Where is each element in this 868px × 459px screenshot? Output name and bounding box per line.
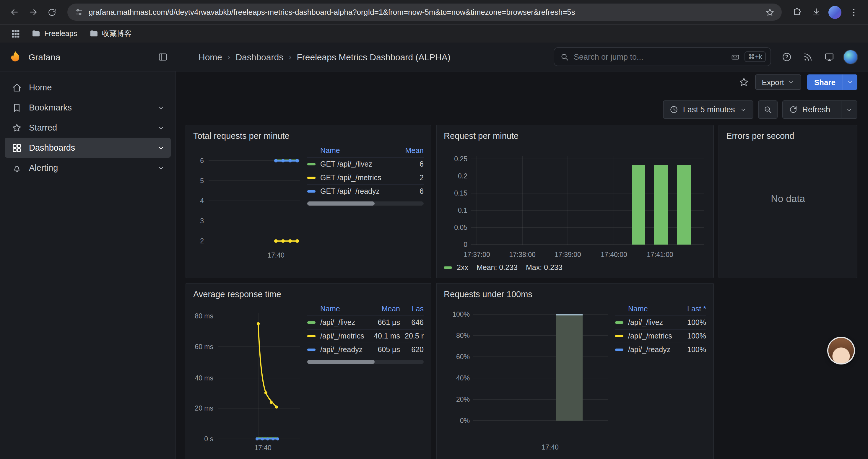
svg-text:0.15: 0.15 xyxy=(454,189,467,197)
panel-title[interactable]: Average response time xyxy=(193,287,424,302)
zoom-out-button[interactable] xyxy=(758,100,777,119)
scrollbar-thumb[interactable] xyxy=(307,201,375,205)
panel-title[interactable]: Errors per second xyxy=(726,129,850,144)
series-color-blue xyxy=(307,349,315,351)
series-name[interactable]: GET /api/_/metrics xyxy=(320,174,381,182)
legend-row: /api/_/readyz 605 µs 620 xyxy=(307,342,424,356)
legend-scrollbar[interactable] xyxy=(307,360,424,364)
breadcrumb: Home › Dashboards › Freeleaps Metrics Da… xyxy=(198,52,451,62)
chevron-down-icon[interactable] xyxy=(157,144,165,152)
refresh-interval-dropdown[interactable] xyxy=(841,101,857,118)
series-color-green xyxy=(444,266,452,269)
svg-text:0.25: 0.25 xyxy=(454,155,467,163)
refresh-button[interactable]: Refresh xyxy=(782,100,857,119)
search-placeholder: Search or jump to... xyxy=(574,52,726,61)
breadcrumb-dashboards[interactable]: Dashboards xyxy=(236,52,283,62)
overlay-avatar[interactable] xyxy=(829,338,854,363)
search-input[interactable]: Search or jump to... ⌘+k xyxy=(554,47,771,66)
legend-scrollbar[interactable] xyxy=(307,201,424,205)
dock-sidebar-icon[interactable] xyxy=(158,52,168,62)
share-label: Share xyxy=(807,74,843,90)
bookmarks-bar: Freeleaps 收藏博客 xyxy=(0,24,868,42)
series-color-blue xyxy=(307,190,315,193)
time-range-label: Last 5 minutes xyxy=(683,105,735,114)
series-last: 646 xyxy=(400,319,424,327)
series-name[interactable]: GET /api/_/readyz xyxy=(320,187,380,196)
downloads-icon[interactable] xyxy=(808,4,824,21)
series-name[interactable]: /api/_/metrics xyxy=(320,332,364,340)
sidebar-item-dashboards[interactable]: Dashboards xyxy=(5,138,171,158)
user-avatar[interactable] xyxy=(841,47,860,66)
panel-title[interactable]: Total requests per minute xyxy=(193,129,424,144)
apps-grid-icon[interactable] xyxy=(7,25,24,42)
panel-average-response-time: Average response time 80 ms 60 xyxy=(186,283,431,459)
url-text[interactable]: grafana.mathmast.com/d/deytv4rwavabkb/fr… xyxy=(89,8,760,17)
legend-row: GET /api/_/readyz 6 xyxy=(307,184,424,198)
series-color-yellow xyxy=(307,177,315,179)
series-name[interactable]: 2xx xyxy=(457,263,468,272)
sidebar-item-home[interactable]: Home xyxy=(5,77,171,97)
url-bar[interactable]: grafana.mathmast.com/d/deytv4rwavabkb/fr… xyxy=(67,4,782,21)
svg-text:60%: 60% xyxy=(456,353,470,361)
svg-text:17:38:00: 17:38:00 xyxy=(509,251,536,258)
series-name[interactable]: /api/_/readyz xyxy=(320,346,363,354)
series-name[interactable]: /api/_/readyz xyxy=(628,346,670,354)
news-rss-icon[interactable] xyxy=(798,47,817,66)
col-name[interactable]: Name xyxy=(307,146,393,155)
series-color-yellow xyxy=(307,335,315,337)
col-name[interactable]: Name xyxy=(307,305,369,313)
grafana-logo[interactable] xyxy=(8,50,23,64)
panel-errors-per-second: Errors per second No data xyxy=(718,125,857,278)
series-name[interactable]: /api/_/livez xyxy=(320,319,355,327)
svg-text:17:37:00: 17:37:00 xyxy=(464,251,490,258)
sidebar-item-bookmarks[interactable]: Bookmarks xyxy=(5,97,171,118)
bookmark-folder-freeleaps[interactable]: Freeleaps xyxy=(27,27,81,40)
legend-table: Name Last * /api/_/livez 100% /api/_/met… xyxy=(615,302,706,356)
export-button[interactable]: Export xyxy=(755,74,801,90)
series-name[interactable]: /api/_/livez xyxy=(628,319,663,327)
star-dashboard-icon[interactable] xyxy=(739,77,749,88)
col-name[interactable]: Name xyxy=(615,305,675,313)
sidebar: Home Bookmarks Starred Dashboards xyxy=(0,71,176,459)
menu-kebab-icon[interactable] xyxy=(845,4,862,21)
series-name[interactable]: GET /api/_/livez xyxy=(320,160,372,168)
col-last[interactable]: Last * xyxy=(675,305,706,313)
share-dropdown[interactable] xyxy=(843,74,857,90)
profile-avatar[interactable] xyxy=(827,4,843,21)
total-requests-chart: 6 5 4 3 2 17:40 xyxy=(193,144,303,265)
breadcrumb-current: Freeleaps Metrics Dashboard (ALPHA) xyxy=(297,52,451,62)
col-mean[interactable]: Mean xyxy=(369,305,400,313)
monitor-icon[interactable] xyxy=(819,47,838,66)
panel-title[interactable]: Requests under 100ms xyxy=(444,287,706,302)
legend: 2xx Mean: 0.233 Max: 0.233 xyxy=(444,261,706,272)
col-mean[interactable]: Mean xyxy=(393,146,424,155)
refresh-main[interactable]: Refresh xyxy=(783,101,836,118)
chevron-down-icon[interactable] xyxy=(157,164,165,172)
scrollbar-thumb[interactable] xyxy=(307,360,375,364)
time-range-picker[interactable]: Last 5 minutes xyxy=(663,100,753,119)
legend-row: /api/_/livez 661 µs 646 xyxy=(307,316,424,329)
bookmark-star-icon[interactable] xyxy=(765,7,775,17)
breadcrumb-home[interactable]: Home xyxy=(198,52,222,62)
zoom-out-icon xyxy=(763,105,772,114)
sidebar-item-label: Alerting xyxy=(29,163,58,172)
site-settings-icon[interactable] xyxy=(74,8,83,17)
sidebar-item-alerting[interactable]: Alerting xyxy=(5,158,171,178)
sidebar-item-starred[interactable]: Starred xyxy=(5,118,171,138)
col-last[interactable]: Las xyxy=(400,305,424,313)
forward-button[interactable] xyxy=(25,4,41,21)
chevron-down-icon[interactable] xyxy=(157,104,165,111)
extensions-icon[interactable] xyxy=(789,4,805,21)
panel-title[interactable]: Request per minute xyxy=(444,129,706,144)
series-last: 20.5 r xyxy=(400,332,424,340)
help-icon[interactable] xyxy=(777,47,796,66)
share-button[interactable]: Share xyxy=(807,74,857,90)
export-label: Export xyxy=(762,78,784,87)
series-name[interactable]: /api/_/metrics xyxy=(628,332,672,340)
reload-button[interactable] xyxy=(44,4,60,21)
back-button[interactable] xyxy=(6,4,23,21)
bookmark-folder-blog[interactable]: 收藏博客 xyxy=(85,27,135,40)
chevron-down-icon[interactable] xyxy=(157,124,165,131)
bookmark-icon xyxy=(12,102,22,112)
browser-toolbar: grafana.mathmast.com/d/deytv4rwavabkb/fr… xyxy=(0,0,868,24)
